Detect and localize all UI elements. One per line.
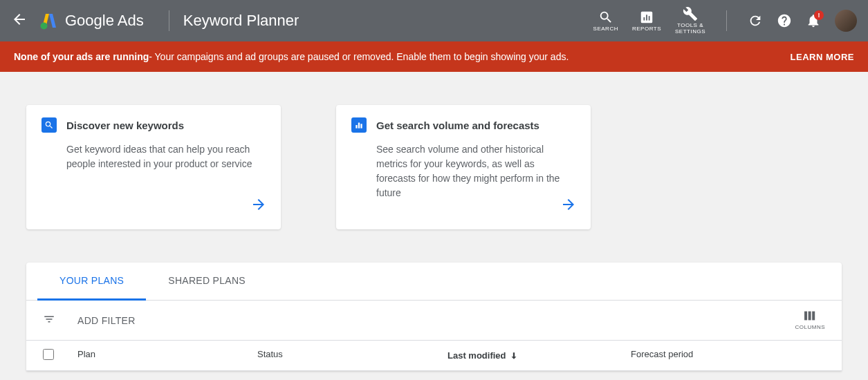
alert-title: None of your ads are running (14, 51, 149, 62)
card-title: Discover new keywords (66, 120, 184, 131)
table-header: Plan Status Last modified Forecast perio… (26, 340, 842, 371)
select-all-checkbox[interactable] (43, 349, 77, 362)
google-ads-logo[interactable]: Google Ads (39, 10, 144, 31)
alert-banner: None of your ads are running - Your camp… (0, 41, 868, 72)
tab-shared-plans[interactable]: SHARED PLANS (146, 263, 268, 300)
card-description: See search volume and other historical m… (351, 142, 575, 200)
help-button[interactable] (777, 13, 792, 28)
svg-rect-8 (804, 312, 807, 321)
tab-your-plans[interactable]: YOUR PLANS (37, 263, 146, 301)
refresh-button[interactable] (748, 13, 763, 28)
columns-button[interactable]: COLUMNS (795, 310, 825, 330)
column-last-modified[interactable]: Last modified (447, 349, 631, 362)
notifications-button[interactable]: ! (806, 13, 821, 28)
columns-icon (803, 310, 817, 321)
reports-icon (639, 10, 654, 25)
svg-rect-5 (355, 125, 357, 129)
help-icon (777, 13, 792, 28)
svg-rect-9 (809, 312, 811, 321)
arrow-right-icon (250, 196, 267, 216)
bar-chart-icon (351, 117, 367, 133)
column-forecast-period[interactable]: Forecast period (631, 349, 825, 362)
wrench-icon (683, 6, 698, 21)
header-tools: SEARCH REPORTS TOOLS & SETTINGS ! (593, 6, 821, 35)
search-icon (598, 10, 613, 25)
svg-rect-7 (360, 124, 362, 128)
svg-rect-2 (643, 17, 645, 21)
svg-rect-10 (812, 312, 815, 321)
page-title: Keyword Planner (183, 12, 299, 30)
arrow-right-icon (560, 196, 577, 216)
sort-descending-icon (509, 351, 519, 361)
svg-rect-6 (358, 123, 360, 129)
header-divider-2 (726, 10, 727, 31)
alert-message: - Your campaigns and ad groups are pause… (149, 51, 569, 62)
plans-section: YOUR PLANS SHARED PLANS ADD FILTER COLUM… (26, 263, 842, 371)
card-title: Get search volume and forecasts (376, 120, 539, 131)
back-button[interactable] (11, 11, 28, 30)
product-name: Google Ads (65, 12, 144, 30)
column-plan[interactable]: Plan (77, 349, 257, 362)
app-header: Google Ads Keyword Planner SEARCH REPORT… (0, 0, 868, 41)
filter-icon[interactable] (43, 313, 55, 328)
plans-tabs: YOUR PLANS SHARED PLANS (26, 263, 842, 301)
notification-badge: ! (814, 10, 824, 20)
reports-tool[interactable]: REPORTS (632, 10, 661, 32)
forecast-card[interactable]: Get search volume and forecasts See sear… (336, 105, 591, 229)
header-divider (169, 10, 169, 31)
svg-rect-3 (646, 15, 647, 20)
card-description: Get keyword ideas that can help you reac… (41, 142, 266, 171)
svg-rect-4 (649, 16, 650, 20)
column-status[interactable]: Status (257, 349, 447, 362)
learn-more-link[interactable]: LEARN MORE (791, 52, 854, 62)
svg-point-0 (41, 23, 48, 30)
refresh-icon (748, 13, 763, 28)
user-avatar[interactable] (835, 10, 857, 32)
action-cards: Discover new keywords Get keyword ideas … (0, 72, 868, 263)
search-tool[interactable]: SEARCH (593, 10, 618, 32)
add-filter-button[interactable]: ADD FILTER (77, 315, 136, 326)
tools-settings[interactable]: TOOLS & SETTINGS (675, 6, 705, 35)
search-icon (41, 117, 57, 133)
discover-keywords-card[interactable]: Discover new keywords Get keyword ideas … (26, 105, 281, 229)
filter-row: ADD FILTER COLUMNS (26, 301, 842, 340)
ads-logo-icon (39, 10, 59, 31)
